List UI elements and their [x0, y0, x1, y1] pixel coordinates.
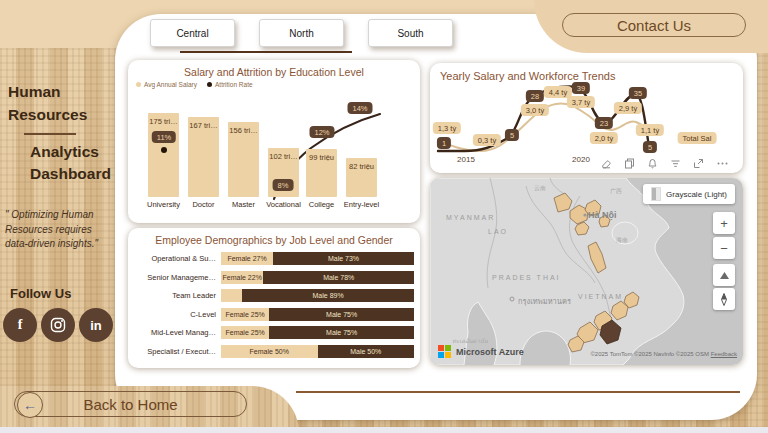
gender-bar: Male 89%: [221, 289, 414, 302]
salary-attrition-card: Salary and Attrition by Education Level …: [128, 60, 420, 223]
eraser-icon[interactable]: [601, 158, 612, 169]
page-title-line1: Human: [8, 80, 87, 103]
zoom-out-button[interactable]: −: [713, 237, 735, 259]
salary-chip: 3,0 tỷ: [521, 104, 549, 116]
map-style-selector[interactable]: Grayscale (Light): [643, 184, 735, 204]
sidebar: Human Resources Analytics Dashboard " Op…: [0, 0, 118, 433]
nav-button-south[interactable]: South: [368, 19, 453, 47]
attribution-text: ©2025 TomTom ©2025 NavInfo ©2025 OSM: [590, 351, 709, 357]
job-level-label: Operational & Su…: [136, 254, 221, 263]
nav-underline: [180, 51, 352, 53]
compass-button[interactable]: [713, 288, 735, 310]
salary-chip: 3,7 tỷ: [567, 96, 595, 108]
back-arrow-icon[interactable]: ←: [17, 392, 43, 418]
male-segment: Male 75%: [269, 308, 414, 321]
gender-bar: Female 25%Male 75%: [221, 308, 414, 321]
demo-row: Team LeaderMale 89%: [136, 289, 414, 302]
salary-chip: 2,0 tỷ: [590, 132, 618, 144]
workforce-chip: 1: [437, 137, 451, 149]
bottom-left-decoration: Back to Home ←: [0, 386, 299, 433]
x-tick-2015: 2015: [457, 155, 475, 164]
bar-value-label: 167 tri…: [184, 121, 223, 130]
workforce-chip: 39: [572, 82, 590, 94]
gender-bar: Female 27%Male 73%: [221, 252, 414, 265]
total-salary-label: Total Sal: [678, 132, 717, 144]
map-label-text: LAO: [488, 228, 508, 235]
page-subtitle-line2: Dashboard: [30, 163, 111, 185]
attrition-chip: 8%: [273, 179, 294, 191]
attrition-point: [161, 147, 167, 153]
salary-chip: 1,1 tỷ: [636, 124, 664, 136]
demo-row: C-LevelFemale 25%Male 75%: [136, 308, 414, 321]
demo-row: Senior Manageme…Female 22%Male 78%: [136, 271, 414, 284]
quote-text: " Optimizing Human Resources requires da…: [5, 208, 115, 252]
map-label-text: MYANMAR: [446, 214, 495, 221]
bar-value-label: 175 tri…: [144, 117, 183, 126]
salary-plot-area: 175 tri…University167 tri…Doctor156 tri……: [128, 60, 420, 223]
female-segment: Female 25%: [221, 326, 269, 339]
axis-label-university: University: [142, 200, 185, 209]
map-style-label: Grayscale (Light): [666, 190, 727, 199]
bar-value-label: 99 triệu: [302, 153, 341, 162]
salary-chip: 0,3 tỷ: [473, 134, 501, 146]
page-title-line2: Resources: [8, 103, 87, 126]
tilt-button[interactable]: [713, 264, 735, 286]
contact-us-button[interactable]: Contact Us: [562, 13, 746, 37]
microsoft-azure-brand: Microsoft Azure: [438, 345, 524, 358]
bar-value-label: 82 triệu: [342, 162, 381, 171]
workforce-chip: 35: [629, 87, 647, 99]
job-level-label: C-Level: [136, 310, 221, 319]
axis-label-doctor: Doctor: [182, 200, 225, 209]
page-subtitle-line1: Analytics: [30, 141, 111, 163]
gender-bar: Female 22%Male 78%: [221, 271, 414, 284]
map-labels: 云南广西MYANMARLAO海南Hà NộiPRADES THAIกรุงเทพ…: [430, 178, 743, 365]
footer-divider: [296, 391, 740, 393]
map-label-text: Hà Nội: [588, 210, 617, 220]
more-options-icon[interactable]: [716, 158, 729, 169]
female-segment: Female 27%: [221, 252, 273, 265]
x-tick-2020: 2020: [572, 155, 590, 164]
trends-card: Yearly Salary and Workforce Trends 15283…: [430, 63, 743, 173]
focus-mode-icon[interactable]: [693, 158, 704, 169]
azure-brand-label: Microsoft Azure: [456, 347, 524, 357]
alert-icon[interactable]: [647, 158, 658, 169]
demo-row: Operational & Su…Female 27%Male 73%: [136, 252, 414, 265]
demo-row: Mid-Level Manag…Female 25%Male 75%: [136, 326, 414, 339]
job-level-label: Mid-Level Manag…: [136, 328, 221, 337]
instagram-icon[interactable]: [41, 308, 75, 342]
linkedin-icon[interactable]: in: [79, 308, 113, 342]
gender-bar: Female 25%Male 75%: [221, 326, 414, 339]
compass-icon: [719, 293, 729, 306]
copy-icon[interactable]: [624, 158, 635, 169]
salary-chip: 2,9 tỷ: [614, 102, 642, 114]
microsoft-logo-icon: [438, 345, 451, 358]
female-segment: Female 22%: [221, 271, 263, 284]
female-segment: Female 25%: [221, 308, 269, 321]
hr-dashboard-page: CentralNorthSouth Contact Us Human Resou…: [0, 0, 768, 433]
salary-chip: 1,3 tỷ: [433, 122, 461, 134]
axis-label-master: Master: [222, 200, 265, 209]
filter-icon[interactable]: [670, 158, 681, 169]
back-to-home-button[interactable]: Back to Home: [14, 391, 247, 417]
demo-row: Specialist / Execut…Female 50%Male 50%: [136, 345, 414, 358]
feedback-link[interactable]: Feedback: [711, 351, 737, 357]
gender-bar: Female 50%Male 50%: [221, 345, 414, 358]
female-segment: Female 50%: [221, 345, 318, 358]
follow-us-label: Follow Us: [10, 286, 71, 301]
male-segment: Male 73%: [273, 252, 414, 265]
map-attribution: ©2025 TomTom ©2025 NavInfo ©2025 OSM Fee…: [590, 351, 737, 357]
zoom-in-button[interactable]: +: [713, 212, 735, 234]
nav-button-central[interactable]: Central: [150, 19, 235, 47]
demographics-card: Employee Demographics by Job Level and G…: [128, 228, 420, 368]
tilt-icon: [719, 271, 730, 280]
page-subtitle: Analytics Dashboard: [30, 141, 111, 186]
facebook-icon[interactable]: f: [3, 308, 37, 342]
map-label-text: 广西: [610, 187, 622, 196]
axis-label-vocational: Vocational: [262, 200, 305, 209]
axis-label-entry-level: Entry-level: [340, 200, 383, 209]
map-label-text: 云南: [534, 184, 546, 193]
bar-value-label: 156 tri…: [224, 126, 263, 135]
map-card: 云南广西MYANMARLAO海南Hà NộiPRADES THAIกรุงเทพ…: [430, 178, 743, 365]
workforce-chip: 28: [526, 90, 544, 102]
nav-button-north[interactable]: North: [259, 19, 344, 47]
